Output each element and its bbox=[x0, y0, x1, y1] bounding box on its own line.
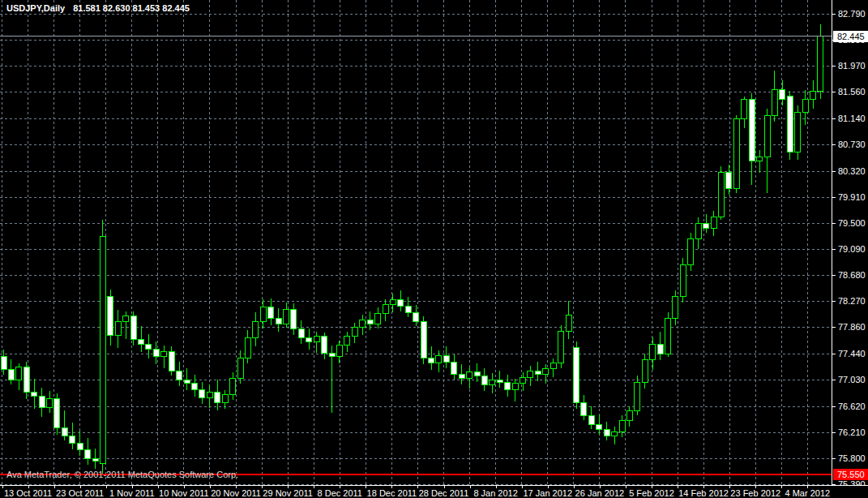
candle-body bbox=[336, 346, 342, 357]
candle-body bbox=[184, 380, 190, 384]
candle-body bbox=[581, 402, 587, 415]
candle-body bbox=[497, 380, 502, 382]
candle-body bbox=[77, 444, 83, 450]
chart-ohlc-values: 81.581 82.630 81.453 82.445 bbox=[73, 3, 190, 13]
candle-body bbox=[130, 316, 136, 339]
candle-body bbox=[520, 377, 526, 384]
candle-body bbox=[115, 321, 121, 335]
candle-body bbox=[260, 307, 266, 321]
candle-body bbox=[711, 217, 716, 229]
candle-body bbox=[742, 100, 747, 119]
candle-body bbox=[642, 360, 648, 382]
date-axis-label: 4 Mar 2012 bbox=[785, 488, 831, 498]
candle-body bbox=[207, 393, 212, 397]
date-axis-label: 29 Nov 2011 bbox=[263, 488, 313, 498]
candle-body bbox=[139, 339, 144, 344]
candle-body bbox=[787, 97, 793, 152]
candle-body bbox=[70, 436, 75, 443]
candle-body bbox=[47, 399, 53, 408]
price-axis-label: 82.790 bbox=[838, 9, 866, 19]
candle-body bbox=[604, 429, 609, 436]
candle-body bbox=[16, 367, 22, 380]
date-tick bbox=[626, 486, 626, 488]
date-axis-label: 5 Feb 2012 bbox=[629, 488, 674, 498]
chart-symbol-period: USDJPY,Daily bbox=[6, 3, 65, 13]
price-axis[interactable]: 82.445 75.550 82.79082.38081.97081.56081… bbox=[832, 0, 868, 485]
date-axis-label: 10 Nov 2011 bbox=[159, 488, 209, 498]
price-tick bbox=[832, 144, 836, 145]
price-axis-label: 81.560 bbox=[838, 87, 866, 97]
candle-body bbox=[528, 371, 533, 377]
candle-body bbox=[322, 337, 327, 353]
candle-body bbox=[490, 380, 495, 384]
date-axis-label: 28 Dec 2011 bbox=[419, 488, 469, 498]
candle-body bbox=[474, 372, 480, 376]
candle-body bbox=[62, 428, 67, 436]
candle-body bbox=[588, 415, 594, 424]
date-tick bbox=[106, 486, 107, 488]
price-axis-label: 80.730 bbox=[838, 140, 866, 150]
date-tick bbox=[781, 486, 782, 488]
price-axis-label: 76.210 bbox=[838, 427, 866, 438]
price-axis-label: 77.030 bbox=[838, 375, 866, 385]
date-axis-label: 17 Jan 2012 bbox=[523, 488, 572, 498]
date-axis-label: 20 Nov 2011 bbox=[211, 488, 261, 498]
candle-body bbox=[558, 332, 564, 363]
candle-body bbox=[375, 314, 381, 324]
price-axis-label: 80.320 bbox=[838, 166, 866, 177]
candle-body bbox=[92, 458, 98, 461]
candle-body bbox=[32, 393, 37, 397]
candle-body bbox=[443, 355, 449, 362]
price-tick bbox=[832, 92, 836, 92]
candle-body bbox=[421, 321, 426, 358]
price-tick bbox=[832, 432, 836, 433]
date-axis-label: 8 Dec 2011 bbox=[318, 488, 362, 498]
candle-body bbox=[215, 393, 220, 403]
candle-body bbox=[429, 358, 434, 363]
candle-body bbox=[718, 173, 724, 217]
candle-body bbox=[596, 424, 602, 429]
price-axis-label: 78.270 bbox=[838, 296, 866, 307]
candle-body bbox=[626, 411, 632, 421]
candle-body bbox=[192, 384, 198, 390]
candle-body bbox=[451, 362, 457, 375]
date-tick bbox=[314, 486, 314, 488]
candle-body bbox=[795, 112, 801, 152]
price-axis-label: 81.140 bbox=[838, 114, 866, 124]
date-axis[interactable]: 13 Oct 201123 Oct 20111 Nov 201110 Nov 2… bbox=[0, 485, 868, 498]
candle-body bbox=[405, 306, 411, 312]
date-axis-label: 26 Jan 2012 bbox=[575, 488, 625, 498]
candle-body bbox=[535, 371, 541, 375]
price-tick bbox=[832, 275, 836, 276]
candle-body bbox=[24, 367, 29, 393]
candle-body bbox=[619, 420, 625, 431]
platform-watermark: Ava MetaTrader, © 2001-2011 MetaQuotes S… bbox=[6, 470, 238, 479]
candle-body bbox=[199, 390, 205, 397]
candle-body bbox=[810, 91, 816, 99]
candle-body bbox=[733, 118, 739, 188]
price-tick bbox=[832, 197, 836, 198]
candle-body bbox=[344, 337, 350, 346]
price-axis-label: 77.860 bbox=[838, 322, 866, 333]
price-axis-label: 77.440 bbox=[838, 349, 866, 359]
candle-body bbox=[169, 352, 174, 371]
candle-body bbox=[726, 173, 732, 189]
candle-body bbox=[85, 449, 91, 458]
price-tick bbox=[832, 354, 836, 354]
date-tick bbox=[470, 486, 471, 488]
candle-body bbox=[772, 90, 777, 115]
price-axis-label: 81.970 bbox=[838, 61, 866, 71]
candlestick-chart[interactable] bbox=[0, 0, 868, 498]
candle-body bbox=[566, 315, 571, 331]
candle-body bbox=[673, 297, 678, 319]
candle-body bbox=[390, 299, 396, 304]
candle-body bbox=[574, 348, 579, 402]
candle-body bbox=[161, 352, 167, 357]
price-axis-label: 79.090 bbox=[838, 244, 866, 255]
chart-title: USDJPY,Daily81.581 82.630 81.453 82.445 bbox=[6, 3, 190, 13]
candle-body bbox=[1, 357, 6, 370]
candle-body bbox=[153, 350, 159, 357]
price-axis-label: 76.620 bbox=[838, 401, 866, 412]
candle-body bbox=[314, 337, 319, 341]
date-tick bbox=[54, 486, 55, 488]
